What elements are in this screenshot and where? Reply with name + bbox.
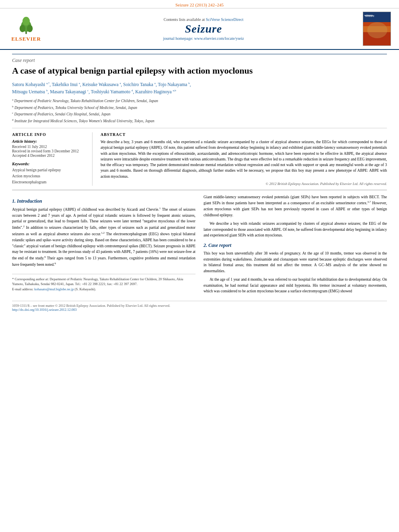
section-divider (12, 190, 387, 190)
cover-seizure-label: seizure (364, 14, 373, 17)
received-date: Received 11 July 2012 (12, 145, 86, 149)
accepted-date: Accepted 4 December 2012 (12, 154, 86, 158)
case-para-2: At the age of 1 year and 4 months, he wa… (204, 277, 387, 294)
footnote-p1: * Corresponding author at: Department of… (12, 277, 195, 287)
svg-point-9 (367, 22, 387, 38)
keywords-section: Keywords: Atypical benign partial epilep… (12, 162, 86, 186)
body-left-column: 1. Introduction Atypical benign partial … (12, 194, 195, 297)
section1-text: Atypical benign partial epilepsy (ABPE) … (12, 206, 195, 268)
article-info-panel: ARTICLE INFO Article history: Received 1… (12, 132, 93, 186)
elsevier-logo: ELSEVIER (8, 16, 44, 42)
cover-graphic: seizure (363, 12, 391, 46)
keyword-1: Atypical benign partial epilepsy (12, 167, 86, 173)
right-para-2: We describe a boy with rolandic seizures… (204, 221, 387, 238)
abstract-text: We describe a boy, 3 years and 6 months … (101, 139, 387, 179)
section1-right-text: Giant middle-latency somatosensory evoke… (204, 194, 387, 238)
right-para-1: Giant middle-latency somatosensory evoke… (204, 194, 387, 218)
revised-date: Received in revised form 3 December 2012 (12, 149, 86, 153)
keyword-2: Action myoclonus (12, 173, 86, 179)
sciverse-line: Contents lists available at SciVerse Sci… (48, 17, 359, 22)
section-label: Case report (12, 54, 387, 64)
body-content: 1. Introduction Atypical benign partial … (12, 194, 387, 297)
keywords-label: Keywords: (12, 162, 86, 166)
sciverse-text: Contents lists available at (164, 17, 205, 22)
abstract-heading: Abstract (101, 132, 387, 137)
journal-cover-image: seizure seizure (363, 12, 391, 46)
journal-reference-bar: Seizure 22 (2013) 242–245 (0, 0, 399, 8)
homepage-label-text: journal homepage: (163, 36, 193, 41)
body-right-column: Giant middle-latency somatosensory evoke… (204, 194, 387, 297)
article-title: A case of atypical benign partial epilep… (12, 65, 387, 77)
journal-ref-text: Seizure 22 (2013) 242–245 (175, 2, 224, 7)
article-info-heading: ARTICLE INFO (12, 132, 86, 137)
svg-point-3 (27, 25, 33, 32)
section2-heading: 2. Case report (204, 242, 387, 249)
authors-line: Satoru Kobayashi a,*, Takehiko Inui a, K… (12, 81, 387, 96)
intro-paragraph-1: Atypical benign partial epilepsy (ABPE) … (12, 206, 195, 268)
authors-text-2: Mitsugu Uematsu b, Masaru Takayanagi c, … (12, 89, 176, 94)
copyright-line: © 2012 British Epilepsy Association. Pub… (101, 182, 387, 186)
abstract-panel: Abstract We describe a boy, 3 years and … (101, 132, 387, 186)
affiliation-d: d Institute for Integrated Medical Scien… (12, 118, 387, 124)
keyword-3: Electroencephalogram (12, 179, 86, 185)
section1-heading: 1. Introduction (12, 198, 195, 204)
footnote-section: * Corresponding author at: Department of… (12, 274, 195, 292)
main-content: Case report A case of atypical benign pa… (0, 50, 399, 320)
corresponding-author-note: * Corresponding author at: Department of… (12, 277, 195, 292)
sciverse-link[interactable]: SciVerse ScienceDirect (206, 17, 244, 22)
footer-issn: 1059-1311/$ – see front matter © 2012 Br… (12, 304, 387, 308)
doi-link-text[interactable]: http://dx.doi.org/10.1016/j.seizure.2012… (12, 308, 77, 312)
elsevier-brand-name: ELSEVIER (11, 36, 41, 42)
journal-homepage-line: journal homepage: www.elsevier.com/locat… (48, 36, 359, 41)
footer-bar: 1059-1311/$ – see front matter © 2012 Br… (12, 301, 387, 312)
journal-title: Seizure (48, 23, 359, 35)
footer-doi[interactable]: http://dx.doi.org/10.1016/j.seizure.2012… (12, 308, 387, 312)
elsevier-tree-icon (14, 16, 38, 36)
journal-header: ELSEVIER Contents lists available at Sci… (0, 8, 399, 50)
section2-text: This boy was born uneventfully after 38 … (204, 251, 387, 294)
footnote-email: E-mail address: kohasato@muf.biglobe.ne.… (12, 287, 195, 292)
svg-point-4 (23, 16, 30, 25)
journal-center-info: Contents lists available at SciVerse Sci… (48, 17, 359, 41)
affiliation-c: c Department of Pediatrics, Sendai City … (12, 111, 387, 117)
info-abstract-section: ARTICLE INFO Article history: Received 1… (12, 128, 387, 186)
history-label: Article history: (12, 139, 86, 144)
affiliation-a: a Department of Pediatric Neurology, Tak… (12, 98, 387, 104)
authors-text: Satoru Kobayashi a,*, Takehiko Inui a, K… (12, 82, 191, 87)
affiliation-b: b Department of Pediatrics, Tohoku Unive… (12, 105, 387, 111)
svg-point-2 (20, 25, 26, 32)
affiliations: a Department of Pediatric Neurology, Tak… (12, 98, 387, 124)
email-link[interactable]: kohasato@muf.biglobe.ne.jp (34, 287, 74, 291)
homepage-url[interactable]: www.elsevier.com/locate/yseiz (194, 36, 244, 41)
case-para-1: This boy was born uneventfully after 38 … (204, 251, 387, 274)
